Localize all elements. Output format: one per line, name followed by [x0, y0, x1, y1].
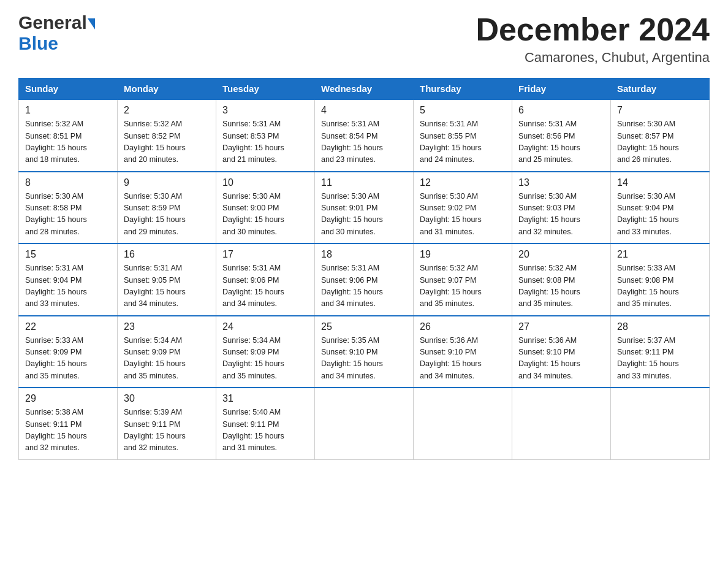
- day-number: 13: [518, 177, 604, 188]
- day-number: 23: [124, 321, 210, 332]
- weekday-header-friday: Friday: [512, 79, 611, 100]
- day-cell-21: 21Sunrise: 5:33 AMSunset: 9:08 PMDayligh…: [611, 243, 710, 316]
- day-number: 3: [222, 105, 308, 116]
- logo-arrow-icon: [88, 18, 95, 29]
- week-row-4: 22Sunrise: 5:33 AMSunset: 9:09 PMDayligh…: [19, 316, 710, 388]
- day-info: Sunrise: 5:39 AMSunset: 9:11 PMDaylight:…: [124, 407, 210, 454]
- day-cell-26: 26Sunrise: 5:36 AMSunset: 9:10 PMDayligh…: [414, 316, 512, 388]
- logo: General Blue: [18, 12, 116, 54]
- day-number: 20: [518, 249, 604, 260]
- day-number: 24: [222, 321, 308, 332]
- day-cell-4: 4Sunrise: 5:31 AMSunset: 8:54 PMDaylight…: [315, 99, 414, 172]
- day-cell-19: 19Sunrise: 5:32 AMSunset: 9:07 PMDayligh…: [414, 243, 512, 316]
- day-info: Sunrise: 5:36 AMSunset: 9:10 PMDaylight:…: [518, 335, 604, 383]
- day-info: Sunrise: 5:30 AMSunset: 8:59 PMDaylight:…: [124, 191, 210, 239]
- day-number: 31: [222, 393, 308, 404]
- day-number: 16: [124, 249, 210, 260]
- day-info: Sunrise: 5:31 AMSunset: 8:53 PMDaylight:…: [222, 118, 308, 166]
- logo-general-text: General: [18, 12, 87, 33]
- day-info: Sunrise: 5:30 AMSunset: 9:01 PMDaylight:…: [321, 191, 407, 239]
- day-cell-9: 9Sunrise: 5:30 AMSunset: 8:59 PMDaylight…: [118, 172, 216, 244]
- day-cell-20: 20Sunrise: 5:32 AMSunset: 9:08 PMDayligh…: [512, 243, 611, 316]
- day-info: Sunrise: 5:32 AMSunset: 9:07 PMDaylight:…: [420, 262, 506, 310]
- day-cell-22: 22Sunrise: 5:33 AMSunset: 9:09 PMDayligh…: [19, 316, 118, 388]
- day-cell-13: 13Sunrise: 5:30 AMSunset: 9:03 PMDayligh…: [512, 172, 611, 244]
- empty-cell: [512, 388, 611, 459]
- day-info: Sunrise: 5:31 AMSunset: 9:06 PMDaylight:…: [222, 262, 308, 310]
- day-cell-28: 28Sunrise: 5:37 AMSunset: 9:11 PMDayligh…: [611, 316, 710, 388]
- day-info: Sunrise: 5:40 AMSunset: 9:11 PMDaylight:…: [222, 407, 308, 454]
- day-info: Sunrise: 5:36 AMSunset: 9:10 PMDaylight:…: [420, 335, 506, 383]
- day-info: Sunrise: 5:31 AMSunset: 8:56 PMDaylight:…: [518, 118, 604, 166]
- weekday-header-monday: Monday: [118, 79, 216, 100]
- day-info: Sunrise: 5:30 AMSunset: 9:02 PMDaylight:…: [420, 191, 506, 239]
- day-info: Sunrise: 5:34 AMSunset: 9:09 PMDaylight:…: [222, 335, 308, 383]
- day-number: 15: [25, 249, 111, 260]
- week-row-1: 1Sunrise: 5:32 AMSunset: 8:51 PMDaylight…: [19, 99, 710, 172]
- day-cell-10: 10Sunrise: 5:30 AMSunset: 9:00 PMDayligh…: [216, 172, 315, 244]
- day-cell-2: 2Sunrise: 5:32 AMSunset: 8:52 PMDaylight…: [118, 99, 216, 172]
- day-info: Sunrise: 5:31 AMSunset: 8:54 PMDaylight:…: [321, 118, 407, 166]
- day-number: 4: [321, 105, 407, 116]
- day-info: Sunrise: 5:33 AMSunset: 9:08 PMDaylight:…: [617, 262, 703, 310]
- week-row-3: 15Sunrise: 5:31 AMSunset: 9:04 PMDayligh…: [19, 243, 710, 316]
- day-info: Sunrise: 5:30 AMSunset: 9:03 PMDaylight:…: [518, 191, 604, 239]
- day-number: 26: [420, 321, 506, 332]
- day-number: 8: [25, 177, 111, 188]
- day-cell-17: 17Sunrise: 5:31 AMSunset: 9:06 PMDayligh…: [216, 243, 315, 316]
- month-title: December 2024: [476, 12, 710, 47]
- day-info: Sunrise: 5:38 AMSunset: 9:11 PMDaylight:…: [25, 407, 111, 454]
- location-title: Camarones, Chubut, Argentina: [476, 50, 710, 66]
- day-info: Sunrise: 5:31 AMSunset: 8:55 PMDaylight:…: [420, 118, 506, 166]
- day-info: Sunrise: 5:33 AMSunset: 9:09 PMDaylight:…: [25, 335, 111, 383]
- day-cell-23: 23Sunrise: 5:34 AMSunset: 9:09 PMDayligh…: [118, 316, 216, 388]
- day-number: 27: [518, 321, 604, 332]
- day-number: 17: [222, 249, 308, 260]
- day-cell-6: 6Sunrise: 5:31 AMSunset: 8:56 PMDaylight…: [512, 99, 611, 172]
- day-number: 18: [321, 249, 407, 260]
- logo-blue-text: Blue: [18, 33, 58, 53]
- day-cell-16: 16Sunrise: 5:31 AMSunset: 9:05 PMDayligh…: [118, 243, 216, 316]
- day-cell-25: 25Sunrise: 5:35 AMSunset: 9:10 PMDayligh…: [315, 316, 414, 388]
- day-cell-12: 12Sunrise: 5:30 AMSunset: 9:02 PMDayligh…: [414, 172, 512, 244]
- day-number: 12: [420, 177, 506, 188]
- day-info: Sunrise: 5:34 AMSunset: 9:09 PMDaylight:…: [124, 335, 210, 383]
- day-info: Sunrise: 5:32 AMSunset: 9:08 PMDaylight:…: [518, 262, 604, 310]
- day-cell-14: 14Sunrise: 5:30 AMSunset: 9:04 PMDayligh…: [611, 172, 710, 244]
- day-number: 2: [124, 105, 210, 116]
- day-cell-8: 8Sunrise: 5:30 AMSunset: 8:58 PMDaylight…: [19, 172, 118, 244]
- day-number: 6: [518, 105, 604, 116]
- day-number: 14: [617, 177, 703, 188]
- day-number: 28: [617, 321, 703, 332]
- day-cell-31: 31Sunrise: 5:40 AMSunset: 9:11 PMDayligh…: [216, 388, 315, 459]
- day-number: 21: [617, 249, 703, 260]
- day-info: Sunrise: 5:30 AMSunset: 8:58 PMDaylight:…: [25, 191, 111, 239]
- day-cell-15: 15Sunrise: 5:31 AMSunset: 9:04 PMDayligh…: [19, 243, 118, 316]
- day-cell-18: 18Sunrise: 5:31 AMSunset: 9:06 PMDayligh…: [315, 243, 414, 316]
- page-header: General Blue December 2024 Camarones, Ch…: [18, 12, 710, 66]
- day-number: 5: [420, 105, 506, 116]
- day-info: Sunrise: 5:30 AMSunset: 9:04 PMDaylight:…: [617, 191, 703, 239]
- day-info: Sunrise: 5:31 AMSunset: 9:05 PMDaylight:…: [124, 262, 210, 310]
- day-info: Sunrise: 5:35 AMSunset: 9:10 PMDaylight:…: [321, 335, 407, 383]
- empty-cell: [315, 388, 414, 459]
- day-info: Sunrise: 5:32 AMSunset: 8:52 PMDaylight:…: [124, 118, 210, 166]
- day-info: Sunrise: 5:30 AMSunset: 9:00 PMDaylight:…: [222, 191, 308, 239]
- day-number: 10: [222, 177, 308, 188]
- day-cell-11: 11Sunrise: 5:30 AMSunset: 9:01 PMDayligh…: [315, 172, 414, 244]
- day-info: Sunrise: 5:37 AMSunset: 9:11 PMDaylight:…: [617, 335, 703, 383]
- day-number: 25: [321, 321, 407, 332]
- weekday-header-tuesday: Tuesday: [216, 79, 315, 100]
- day-cell-29: 29Sunrise: 5:38 AMSunset: 9:11 PMDayligh…: [19, 388, 118, 459]
- day-cell-30: 30Sunrise: 5:39 AMSunset: 9:11 PMDayligh…: [118, 388, 216, 459]
- weekday-header-sunday: Sunday: [19, 79, 118, 100]
- day-info: Sunrise: 5:31 AMSunset: 9:04 PMDaylight:…: [25, 262, 111, 310]
- day-cell-5: 5Sunrise: 5:31 AMSunset: 8:55 PMDaylight…: [414, 99, 512, 172]
- day-number: 22: [25, 321, 111, 332]
- day-cell-3: 3Sunrise: 5:31 AMSunset: 8:53 PMDaylight…: [216, 99, 315, 172]
- day-info: Sunrise: 5:31 AMSunset: 9:06 PMDaylight:…: [321, 262, 407, 310]
- day-number: 30: [124, 393, 210, 404]
- day-number: 29: [25, 393, 111, 404]
- day-number: 7: [617, 105, 703, 116]
- weekday-header-wednesday: Wednesday: [315, 79, 414, 100]
